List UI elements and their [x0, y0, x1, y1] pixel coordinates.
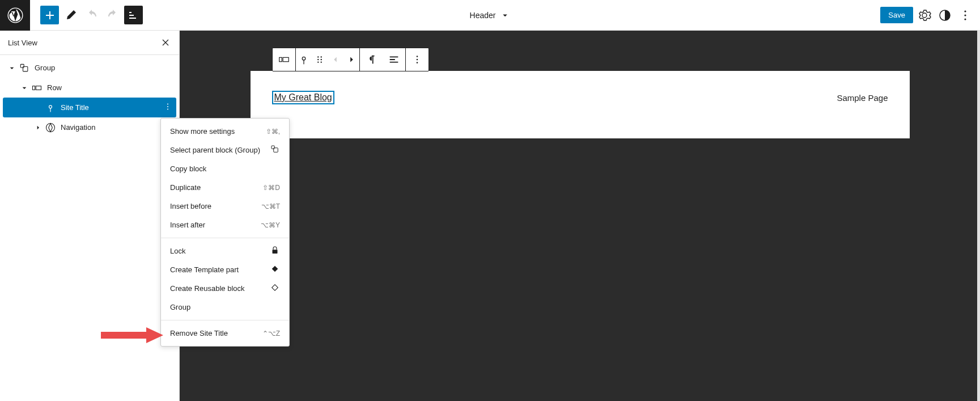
block-type-button[interactable] — [273, 48, 295, 71]
scrollbar[interactable] — [977, 31, 980, 401]
chevron-down-icon — [500, 10, 510, 20]
tree-label: Row — [47, 83, 62, 92]
svg-rect-26 — [271, 146, 274, 149]
svg-rect-28 — [273, 250, 278, 254]
menu-insert-before[interactable]: Insert before ⌥⌘T — [161, 197, 289, 216]
tree-label: Navigation — [61, 123, 95, 132]
align-left-icon — [388, 53, 400, 66]
navigation-block-icon — [45, 122, 56, 133]
menu-duplicate[interactable]: Duplicate ⇧⌘D — [161, 178, 289, 197]
menu-select-parent[interactable]: Select parent block (Group) — [161, 141, 289, 159]
svg-point-10 — [167, 104, 168, 105]
svg-point-11 — [167, 106, 168, 107]
annotation-arrow — [101, 327, 163, 343]
svg-rect-15 — [283, 57, 289, 61]
menu-label: Copy block — [170, 164, 206, 173]
svg-point-19 — [317, 59, 319, 60]
move-left-button[interactable] — [328, 48, 343, 71]
menu-lock[interactable]: Lock — [161, 242, 289, 260]
header-template-canvas[interactable]: My Great Blog Sample Page — [251, 71, 910, 138]
menu-label: Group — [170, 303, 190, 311]
menu-copy-block[interactable]: Copy block — [161, 159, 289, 178]
gear-icon — [918, 9, 931, 22]
menu-group[interactable]: Group — [161, 298, 289, 316]
block-options-menu: Show more settings ⇧⌘, Select parent blo… — [160, 118, 290, 347]
template-selector[interactable]: Header — [470, 10, 511, 20]
svg-point-13 — [46, 123, 55, 132]
heading-level-button[interactable] — [360, 48, 383, 71]
list-view-toggle-button[interactable] — [124, 6, 143, 24]
row-block-icon — [31, 82, 43, 94]
undo-button[interactable] — [82, 6, 101, 24]
wordpress-icon — [7, 7, 23, 23]
save-button[interactable]: Save — [880, 7, 913, 23]
menu-label: Insert before — [170, 202, 211, 210]
chevron-down-icon — [20, 83, 29, 92]
svg-point-3 — [964, 14, 966, 16]
menu-label: Select parent block (Group) — [170, 146, 260, 154]
list-view-panel: List View Group Row Site Title — [0, 31, 180, 401]
svg-point-17 — [317, 56, 319, 57]
svg-rect-8 — [36, 86, 41, 90]
tree-item-group[interactable]: Group — [3, 58, 176, 78]
site-title-text: My Great Blog — [274, 92, 332, 102]
add-block-button[interactable] — [40, 6, 59, 24]
svg-point-24 — [416, 59, 418, 61]
svg-point-22 — [320, 61, 321, 62]
row-block-icon — [278, 53, 290, 66]
group-icon — [270, 144, 280, 156]
menu-label: Remove Site Title — [170, 329, 228, 337]
menu-label: Duplicate — [170, 183, 201, 192]
close-icon — [160, 37, 171, 48]
svg-rect-30 — [272, 285, 278, 291]
svg-rect-14 — [279, 57, 282, 61]
undo-icon — [85, 9, 99, 22]
move-right-button[interactable] — [343, 48, 359, 71]
svg-rect-29 — [272, 266, 278, 272]
svg-point-23 — [416, 56, 418, 57]
menu-create-template-part[interactable]: Create Template part — [161, 260, 289, 279]
close-panel-button[interactable] — [160, 37, 171, 48]
top-toolbar: Header Save — [0, 0, 980, 31]
tree-item-row[interactable]: Row — [3, 78, 176, 98]
svg-rect-5 — [20, 64, 24, 67]
svg-point-2 — [964, 10, 966, 12]
vertical-dots-icon — [411, 53, 423, 66]
vertical-dots-icon — [958, 9, 972, 22]
svg-marker-32 — [146, 327, 163, 343]
menu-shortcut: ⇧⌘, — [266, 128, 280, 136]
menu-label: Show more settings — [170, 127, 235, 136]
svg-point-12 — [167, 109, 168, 110]
reusable-block-icon — [270, 282, 280, 294]
drag-icon — [313, 53, 326, 66]
menu-create-reusable[interactable]: Create Reusable block — [161, 279, 289, 298]
select-parent-button[interactable] — [296, 48, 312, 71]
template-part-icon — [270, 264, 280, 276]
menu-label: Create Reusable block — [170, 284, 245, 293]
redo-icon — [106, 9, 120, 22]
menu-insert-after[interactable]: Insert after ⌥⌘Y — [161, 216, 289, 234]
drag-handle[interactable] — [312, 48, 328, 71]
settings-button[interactable] — [915, 6, 934, 24]
site-title-icon — [298, 53, 310, 66]
wordpress-logo-button[interactable] — [0, 0, 30, 31]
plus-icon — [43, 9, 57, 22]
menu-remove-block[interactable]: Remove Site Title ⌃⌥Z — [161, 324, 289, 343]
menu-shortcut: ⇧⌘D — [262, 184, 280, 192]
align-button[interactable] — [383, 48, 405, 71]
tree-item-navigation[interactable]: Navigation — [3, 117, 176, 137]
chevron-right-icon — [33, 123, 43, 132]
nav-link-sample-page[interactable]: Sample Page — [837, 93, 888, 103]
more-options-button[interactable] — [956, 6, 974, 24]
contrast-icon — [938, 9, 952, 22]
styles-button[interactable] — [936, 6, 954, 24]
menu-show-more-settings[interactable]: Show more settings ⇧⌘, — [161, 122, 289, 141]
site-title-block[interactable]: My Great Blog — [272, 91, 334, 104]
redo-button[interactable] — [103, 6, 122, 24]
edit-tool-button[interactable] — [61, 6, 80, 24]
svg-point-9 — [49, 105, 52, 108]
tree-item-options-button[interactable] — [163, 102, 173, 113]
block-more-button[interactable] — [406, 48, 429, 71]
tree-item-site-title[interactable]: Site Title — [3, 98, 176, 117]
panel-title: List View — [8, 39, 37, 47]
